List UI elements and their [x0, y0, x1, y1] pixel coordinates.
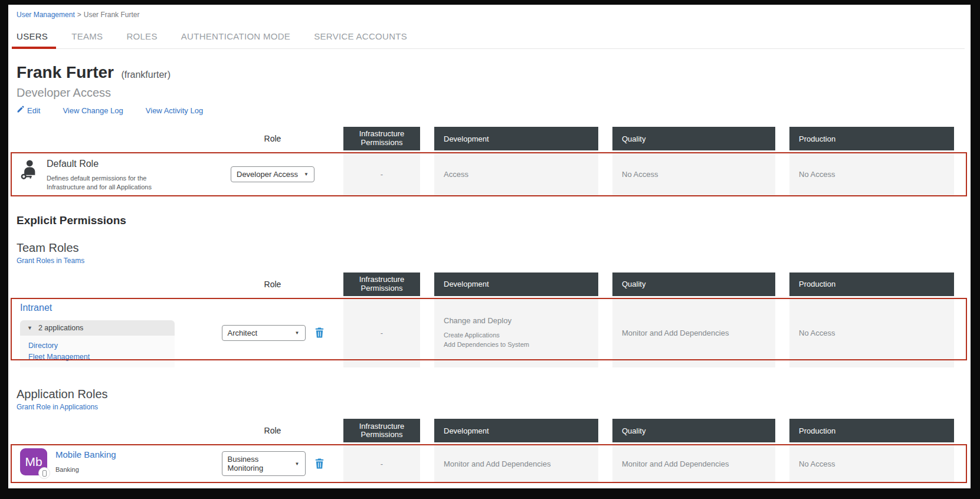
- triangle-down-icon: ▼: [27, 325, 32, 331]
- application-avatar: Mb: [20, 448, 47, 475]
- column-header-development: Development: [434, 127, 598, 150]
- applications-toggle[interactable]: ▼ 2 applications: [20, 320, 175, 336]
- tab-authentication-mode[interactable]: AUTHENTICATION MODE: [181, 24, 290, 48]
- user-login: (frankfurter): [121, 70, 171, 80]
- phone-icon: [42, 470, 47, 477]
- team-applications-expander: ▼ 2 applications Directory Fleet Managem…: [20, 320, 175, 368]
- application-avatar-initials: Mb: [25, 455, 42, 469]
- default-role-infrastructure-cell: -: [343, 152, 420, 196]
- team-entity: Intranet ▼ 2 applications Directory Flee…: [14, 298, 202, 368]
- grant-role-in-applications-link[interactable]: Grant Role in Applications: [17, 403, 98, 411]
- view-activity-log-link[interactable]: View Activity Log: [146, 106, 203, 115]
- team-production-cell: No Access: [789, 298, 954, 368]
- breadcrumb-current: User Frank Furter: [84, 11, 140, 19]
- column-header-production: Production: [789, 419, 954, 442]
- column-header-production: Production: [789, 127, 954, 150]
- applications-toggle-label: 2 applications: [38, 324, 83, 332]
- edit-link[interactable]: Edit: [17, 106, 40, 115]
- team-role-row: Intranet ▼ 2 applications Directory Flee…: [14, 298, 965, 368]
- column-header-infrastructure: Infrastructure Permissions: [343, 127, 420, 150]
- user-key-icon: [20, 159, 38, 192]
- column-header-quality: Quality: [612, 273, 775, 296]
- column-header-role: Role: [216, 127, 329, 150]
- application-development-cell: Monitor and Add Dependencies: [434, 444, 598, 483]
- header-spacer: [14, 273, 202, 296]
- view-change-log-link[interactable]: View Change Log: [63, 106, 123, 115]
- team-development-permission: Change and Deploy: [444, 316, 512, 325]
- application-link-fleet-management[interactable]: Fleet Management: [28, 352, 168, 363]
- column-header-infrastructure: Infrastructure Permissions: [343, 273, 420, 296]
- user-header: Frank Furter (frankfurter): [17, 63, 962, 82]
- delete-application-role-button[interactable]: [315, 458, 324, 469]
- team-role-cell: Architect ▼: [216, 298, 329, 368]
- delete-team-role-button[interactable]: [315, 327, 324, 338]
- column-header-role: Role: [216, 419, 329, 442]
- application-link-directory[interactable]: Directory: [28, 340, 168, 352]
- breadcrumb: User Management>User Frank Furter: [17, 11, 965, 19]
- default-role-select-value: Developer Access: [237, 170, 298, 179]
- application-name-link[interactable]: Mobile Banking: [55, 449, 116, 459]
- user-access-level: Developer Access: [17, 86, 962, 100]
- tab-bar: USERS TEAMS ROLES AUTHENTICATION MODE SE…: [14, 24, 965, 49]
- default-role-production-cell: No Access: [789, 152, 954, 196]
- tab-roles[interactable]: ROLES: [126, 24, 157, 48]
- development-detail: Create Applications: [444, 330, 529, 340]
- application-entity: Mb Mobile Banking Banking: [14, 444, 202, 483]
- page-content: User Management>User Frank Furter USERS …: [8, 5, 971, 491]
- development-detail: Add Dependencies to System: [444, 340, 529, 350]
- trash-icon: [315, 331, 324, 340]
- default-role-description: Defines default permissions for the Infr…: [47, 174, 185, 192]
- chevron-down-icon: ▼: [295, 461, 300, 467]
- team-infrastructure-cell: -: [343, 298, 420, 368]
- column-header-development: Development: [434, 419, 598, 442]
- header-spacer: [14, 419, 202, 442]
- column-header-infrastructure: Infrastructure Permissions: [343, 419, 420, 442]
- application-quality-cell: Monitor and Add Dependencies: [612, 444, 775, 483]
- application-role-select-value: Business Monitoring: [228, 455, 295, 472]
- chevron-down-icon: ▼: [304, 172, 309, 177]
- team-name-link[interactable]: Intranet: [20, 303, 52, 313]
- application-role-row: Mb Mobile Banking Banking Business Monit…: [14, 444, 965, 483]
- team-roles-table-header: Role Infrastructure Permissions Developm…: [14, 273, 965, 296]
- tab-teams[interactable]: TEAMS: [71, 24, 103, 48]
- default-role-quality-cell: No Access: [612, 152, 775, 196]
- default-role-row: Default Role Defines default permissions…: [14, 152, 965, 196]
- default-role-entity: Default Role Defines default permissions…: [14, 152, 202, 196]
- default-role-role-cell: Developer Access ▼: [216, 152, 329, 196]
- user-actions: Edit View Change Log View Activity Log: [17, 106, 962, 115]
- applications-list: Directory Fleet Management: [20, 336, 175, 368]
- column-header-development: Development: [434, 273, 598, 296]
- team-quality-cell: Monitor and Add Dependencies: [612, 298, 775, 368]
- default-role-development-cell: Access: [434, 152, 598, 196]
- column-header-role: Role: [216, 273, 329, 296]
- team-role-select-value: Architect: [228, 329, 258, 337]
- application-infrastructure-cell: -: [343, 444, 420, 483]
- application-role-select[interactable]: Business Monitoring ▼: [222, 451, 306, 476]
- application-roles-table-header: Role Infrastructure Permissions Developm…: [14, 419, 965, 442]
- mobile-app-badge: [38, 467, 50, 479]
- application-roles-heading: Application Roles: [17, 388, 962, 401]
- tab-service-accounts[interactable]: SERVICE ACCOUNTS: [314, 24, 407, 48]
- default-role-title: Default Role: [47, 159, 185, 169]
- default-role-table-header: Role Infrastructure Permissions Developm…: [14, 127, 965, 150]
- team-development-cell: Change and Deploy Create Applications Ad…: [434, 298, 598, 368]
- breadcrumb-parent-link[interactable]: User Management: [17, 11, 75, 19]
- edit-link-label: Edit: [27, 106, 40, 115]
- team-role-select[interactable]: Architect ▼: [222, 325, 306, 341]
- chevron-down-icon: ▼: [295, 330, 300, 336]
- explicit-permissions-heading: Explicit Permissions: [17, 214, 962, 227]
- column-header-quality: Quality: [612, 127, 775, 150]
- bottom-spacer: [14, 483, 965, 491]
- column-header-production: Production: [789, 273, 954, 296]
- pencil-icon: [17, 106, 24, 115]
- application-production-cell: No Access: [789, 444, 954, 483]
- header-spacer: [14, 127, 202, 150]
- default-role-select[interactable]: Developer Access ▼: [231, 166, 314, 182]
- application-team-label: Banking: [55, 466, 116, 473]
- team-development-details: Create Applications Add Dependencies to …: [444, 330, 529, 350]
- grant-roles-in-teams-link[interactable]: Grant Roles in Teams: [17, 257, 84, 265]
- column-header-quality: Quality: [612, 419, 775, 442]
- trash-icon: [315, 462, 324, 471]
- page-title: Frank Furter: [17, 63, 114, 81]
- tab-users[interactable]: USERS: [17, 24, 48, 48]
